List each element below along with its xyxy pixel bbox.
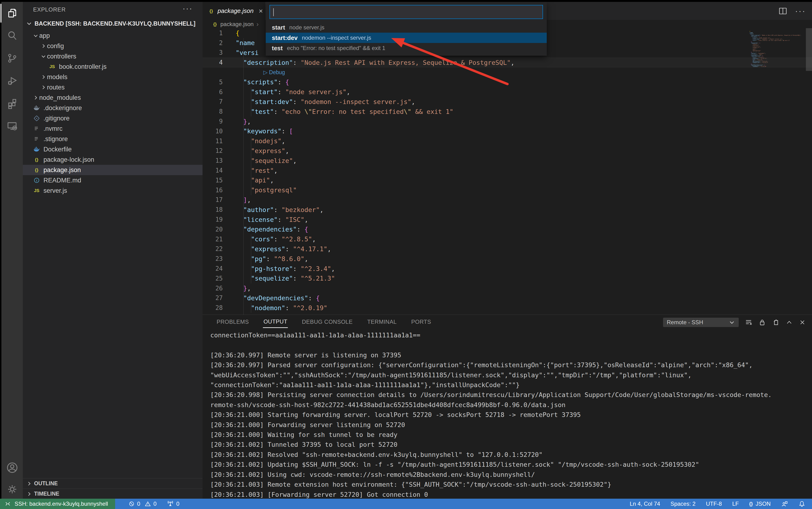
chevron-down-icon	[26, 21, 33, 27]
minimap[interactable]: {"name"versi "description": "Node.js Res…	[749, 31, 797, 67]
workspace-root-folder[interactable]: BACKEND [SSH: BACKEND.ENV-K3UYLQ.BUNNYSH…	[23, 18, 202, 30]
problems-indicator[interactable]: 0 0	[128, 501, 157, 507]
code-text: "postgresql"	[223, 186, 297, 194]
panel-tab-output[interactable]: OUTPUT	[263, 317, 288, 328]
extensions-icon[interactable]	[1, 92, 23, 114]
chevron-right-icon	[32, 95, 39, 100]
remote-icon	[4, 500, 11, 507]
tree-item-config[interactable]: config	[23, 41, 202, 51]
tree-item--dockerignore[interactable]: .dockerignore	[23, 103, 202, 113]
more-actions-icon[interactable]: ···	[795, 6, 806, 15]
json-braces-icon: {}	[212, 22, 219, 27]
explorer-icon[interactable]	[1, 2, 23, 25]
json-braces-icon: {}	[32, 167, 41, 173]
debug-codelens[interactable]: ▷ Debug	[223, 69, 285, 76]
open-output-in-editor-icon[interactable]	[772, 318, 780, 326]
status-item-lf[interactable]: LF	[732, 501, 739, 507]
tree-item-book-controller-js[interactable]: JSbook.controller.js	[23, 62, 202, 72]
panel-header: PROBLEMSOUTPUTDEBUG CONSOLETERMINALPORTS…	[202, 315, 812, 330]
tree-item-label: .nvmrc	[43, 125, 63, 132]
tree-item-package-json[interactable]: {}package.json	[23, 165, 202, 175]
code-text: "start": "node server.js",	[223, 88, 350, 96]
accounts-icon[interactable]	[1, 456, 23, 479]
code-text: "dependencies": {	[223, 226, 308, 233]
source-control-icon[interactable]	[1, 47, 23, 69]
forwarded-ports-indicator[interactable]: 0	[167, 500, 179, 507]
line-number: 19	[202, 216, 223, 223]
activity-bar	[1, 2, 23, 499]
tree-item--stignore[interactable]: .stignore	[23, 134, 202, 144]
tab-label: package.json	[218, 7, 254, 14]
panel-tab-terminal[interactable]: TERMINAL	[367, 317, 397, 328]
tree-item--gitignore[interactable]: .gitignore	[23, 113, 202, 124]
warnings-icon	[144, 501, 151, 507]
close-panel-icon[interactable]	[799, 319, 806, 326]
code-editor[interactable]: 1{2"name3"versi4 "description": "Node.js…	[202, 28, 812, 315]
tab-close-icon[interactable]: ×	[259, 7, 263, 14]
status-item-json[interactable]: {}JSON	[749, 501, 771, 507]
quick-pick-item-start-dev[interactable]: start:devnodemon --inspect server.js	[266, 33, 547, 43]
status-bar: SSH: backend.env-k3uylq.bunnyshell 0 0 0…	[0, 499, 812, 509]
chevron-right-icon	[40, 43, 47, 49]
breadcrumb-item[interactable]: package.json	[220, 21, 254, 28]
tree-item-node-modules[interactable]: node_modules	[23, 93, 202, 103]
quick-pick-item-start[interactable]: startnode server.js	[266, 22, 547, 33]
timeline-section[interactable]: TIMELINE	[23, 488, 202, 499]
tab-package-json[interactable]: {} package.json ×	[202, 2, 265, 20]
output-channel-select[interactable]: Remote - SSH	[663, 318, 739, 327]
timeline-label: TIMELINE	[34, 491, 59, 497]
code-text: "author": "bezkoder",	[223, 206, 324, 213]
output-log: connectionToken==aa1aa111-aa11-1a1a-a1aa…	[210, 330, 807, 499]
maximize-panel-icon[interactable]	[786, 319, 793, 326]
notifications-bell-icon[interactable]	[799, 500, 805, 507]
minimap-line: "nodemon": "^2.0.19"	[749, 66, 797, 67]
lock-icon[interactable]	[758, 318, 766, 326]
tree-item-package-lock-json[interactable]: {}package-lock.json	[23, 155, 202, 165]
panel-tab-debug-console[interactable]: DEBUG CONSOLE	[301, 317, 353, 328]
quick-pick-input[interactable]	[269, 5, 543, 19]
line-number: 7	[202, 98, 223, 105]
code-line-26: 26 },	[202, 283, 812, 293]
tree-item-controllers[interactable]: controllers	[23, 51, 202, 62]
tree-item-app[interactable]: app	[23, 31, 202, 41]
tree-item-server-js[interactable]: JSserver.js	[23, 185, 202, 196]
remote-indicator[interactable]: SSH: backend.env-k3uylq.bunnyshell	[0, 499, 115, 509]
breadcrumb-separator: ›	[256, 21, 258, 28]
line-number: 26	[202, 285, 223, 292]
panel-tab-ports[interactable]: PORTS	[411, 317, 432, 328]
quick-pick-item-test[interactable]: testecho "Error: no test specified" && e…	[266, 43, 547, 53]
status-item-ln-4-col-74[interactable]: Ln 4, Col 74	[630, 501, 660, 507]
file-tree: appconfigcontrollersJSbook.controller.js…	[23, 31, 202, 196]
code-line-12: 12 "express",	[202, 146, 812, 156]
outline-section[interactable]: OUTLINE	[23, 478, 202, 488]
script-name: start	[272, 24, 285, 31]
tree-item--nvmrc[interactable]: .nvmrc	[23, 124, 202, 134]
settings-gear-icon[interactable]	[1, 478, 23, 501]
feedback-icon[interactable]	[781, 500, 788, 507]
split-editor-icon[interactable]	[779, 7, 787, 15]
tree-item-readme-md[interactable]: README.md	[23, 175, 202, 185]
code-line-4: 4 "description": "Node.js Rest API with …	[202, 58, 812, 67]
status-item-spaces-2[interactable]: Spaces: 2	[671, 501, 696, 507]
run-and-debug-icon[interactable]	[1, 69, 23, 92]
docker-whale-icon	[32, 104, 41, 111]
remote-explorer-icon[interactable]	[1, 114, 23, 137]
line-number: 16	[202, 186, 223, 194]
status-item-label: Ln 4, Col 74	[630, 501, 660, 507]
line-number: 25	[202, 275, 223, 282]
explorer-more-actions-icon[interactable]: ···	[183, 4, 193, 13]
clear-output-icon[interactable]	[745, 318, 752, 326]
tree-item-routes[interactable]: routes	[23, 82, 202, 93]
search-icon[interactable]	[1, 25, 23, 47]
tree-item-label: server.js	[43, 187, 67, 194]
script-command: echo "Error: no test specified" && exit …	[287, 45, 385, 52]
panel-tab-problems[interactable]: PROBLEMS	[216, 317, 249, 328]
tree-item-dockerfile[interactable]: Dockerfile	[23, 144, 202, 155]
code-text: "api",	[223, 176, 274, 184]
code-line-27: 27 "devDependencies": {	[202, 293, 812, 303]
status-item-utf-8[interactable]: UTF-8	[706, 501, 722, 507]
editor-scrollbar[interactable]	[806, 28, 812, 71]
code-text: ],	[223, 196, 251, 204]
tree-item-models[interactable]: models	[23, 72, 202, 82]
tree-item-label: app	[39, 32, 50, 39]
